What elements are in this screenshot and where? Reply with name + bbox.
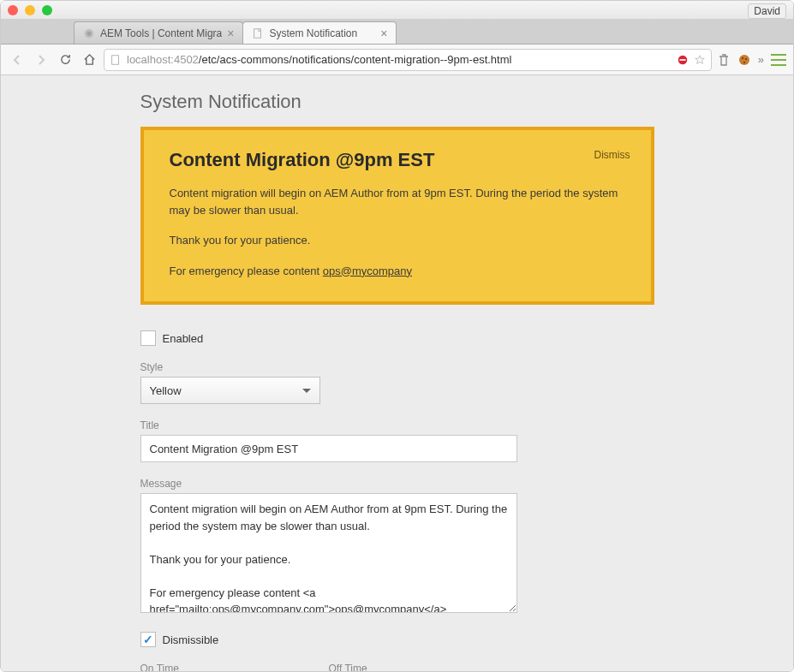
svg-rect-2 (254, 28, 261, 38)
tab-system-notification[interactable]: System Notification × (242, 21, 397, 44)
svg-point-6 (739, 55, 749, 65)
tab-aem-tools[interactable]: AEM Tools | Content Migra × (74, 21, 243, 44)
email-link[interactable]: ops@mycompany (323, 265, 412, 277)
message-textarea[interactable]: Content migration will begin on AEM Auth… (140, 493, 517, 613)
toolbar: localhost:4502/etc/acs-commons/notificat… (1, 45, 793, 75)
style-value: Yellow (150, 384, 182, 397)
tab-title: AEM Tools | Content Migra (100, 27, 222, 39)
address-bar[interactable]: localhost:4502/etc/acs-commons/notificat… (104, 49, 712, 71)
star-icon[interactable] (694, 54, 706, 66)
page-icon (110, 54, 122, 66)
svg-point-1 (87, 31, 91, 35)
notification-body: Content migration will begin on AEM Auth… (170, 185, 625, 279)
url-path: /etc/acs-commons/notifications/content-m… (199, 53, 512, 66)
window-maximize-button[interactable] (42, 5, 52, 15)
traffic-lights (8, 5, 52, 15)
page-icon (252, 27, 264, 39)
trash-icon[interactable] (717, 52, 731, 68)
on-time-label: On Time (140, 663, 286, 672)
block-icon[interactable] (677, 54, 689, 66)
svg-rect-3 (112, 55, 119, 64)
forward-button[interactable] (32, 51, 51, 69)
page-title: System Notification (140, 91, 654, 113)
notification-paragraph: For emergency please content ops@mycompa… (170, 263, 625, 280)
message-label: Message (140, 478, 654, 490)
back-button[interactable] (8, 51, 27, 69)
cookie-icon[interactable] (737, 53, 751, 67)
notification-title: Content Migration @9pm EST (170, 149, 625, 171)
title-input[interactable] (140, 435, 517, 462)
home-button[interactable] (80, 51, 99, 69)
close-icon[interactable]: × (227, 27, 234, 40)
dismissible-label: Dismissible (163, 633, 219, 646)
notification-preview: Dismiss Content Migration @9pm EST Conte… (140, 127, 654, 305)
svg-point-7 (742, 57, 743, 59)
svg-rect-5 (679, 59, 685, 61)
favicon-icon (83, 27, 95, 39)
enabled-label: Enabled (163, 332, 204, 345)
home-icon (83, 53, 96, 66)
notification-paragraph: Content migration will begin on AEM Auth… (170, 185, 625, 218)
arrow-right-icon (34, 53, 48, 67)
svg-point-9 (743, 62, 745, 63)
window-minimize-button[interactable] (25, 5, 35, 15)
enabled-checkbox[interactable] (140, 330, 156, 346)
svg-point-8 (745, 58, 747, 60)
dismiss-link[interactable]: Dismiss (594, 149, 630, 161)
notification-paragraph: Thank you for your patience. (170, 232, 625, 249)
reload-icon (59, 53, 72, 66)
user-badge[interactable]: David (748, 3, 786, 19)
window-title-bar: David (1, 1, 793, 20)
menu-button[interactable] (771, 54, 786, 66)
tab-bar: AEM Tools | Content Migra × System Notif… (1, 20, 793, 45)
page-body: System Notification Dismiss Content Migr… (1, 75, 793, 672)
tab-title: System Notification (269, 27, 375, 39)
chevron-down-icon (302, 389, 311, 393)
url-host: localhost (127, 53, 170, 66)
style-label: Style (140, 361, 654, 373)
close-icon[interactable]: × (380, 27, 387, 40)
reload-button[interactable] (56, 51, 75, 69)
title-label: Title (140, 419, 654, 431)
dismissible-checkbox[interactable] (140, 632, 156, 647)
more-icon[interactable]: » (758, 53, 764, 66)
url-port: :4502 (170, 53, 199, 66)
window-close-button[interactable] (8, 5, 18, 15)
style-select[interactable]: Yellow (140, 377, 320, 404)
off-time-label: Off Time (329, 663, 475, 672)
arrow-left-icon (10, 53, 24, 67)
